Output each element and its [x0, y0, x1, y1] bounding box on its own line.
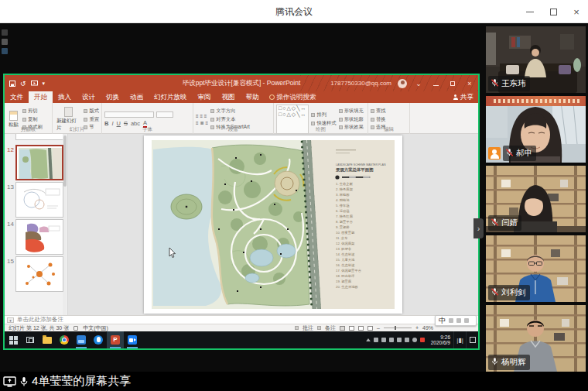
drawing-形状填充[interactable]: 形状填充 [339, 108, 364, 115]
video-panel-toggle[interactable]: › [473, 218, 484, 238]
slide-thumbnail-13[interactable] [15, 182, 63, 218]
language-indicator[interactable]: 中文(中国) [83, 324, 108, 332]
tell-me-search[interactable]: 操作说明搜索 [265, 91, 321, 103]
participant-tile-郝申[interactable]: 郝申 [486, 96, 586, 163]
tab-视图[interactable]: 视图 [217, 91, 241, 103]
slide-thumbnail-panel[interactable]: 12131415 [5, 134, 68, 315]
undo-icon[interactable]: ↺ [20, 80, 26, 87]
editing-查找[interactable]: 查找 [371, 108, 386, 115]
tab-文件[interactable]: 文件 [5, 91, 29, 103]
editing-替换[interactable]: 替换 [371, 116, 386, 123]
quick-access-toolbar[interactable]: ↺ ▾ [9, 75, 45, 91]
powerpoint-taskbar-icon[interactable]: P [107, 331, 124, 348]
clipboard-复制[interactable]: 复制 [22, 116, 43, 123]
notes-icon[interactable] [317, 326, 321, 330]
meeting-stats-icon[interactable]: |▮| [453, 331, 466, 348]
share-button[interactable]: 共享 [453, 91, 473, 103]
action-center-icon[interactable] [466, 331, 478, 348]
start-slideshow-icon[interactable] [31, 81, 38, 87]
windows-taskbar: P9:262020/6/9|▮| [5, 331, 478, 348]
ime-fullwidth-icon[interactable] [456, 318, 461, 323]
notes-collapse-icon[interactable]: ▾ [7, 317, 14, 323]
drawing-排列[interactable]: 排列 [311, 111, 336, 118]
ime-toolbar[interactable]: 中 [435, 315, 477, 326]
paragraph-align-icons[interactable]: ≡ ≣ ≡ [196, 120, 208, 125]
photos-taskbar-icon[interactable] [73, 331, 90, 348]
qat-customize-icon[interactable]: ▾ [43, 81, 46, 87]
paragraph-align-icons[interactable]: ≡ ≡ ≡ [196, 113, 208, 118]
zoom-level[interactable]: 49% [422, 325, 433, 331]
paragraph-文字方向[interactable]: 文字方向 [210, 108, 250, 115]
maximize-icon[interactable] [542, 0, 565, 23]
slide-thumbnail-partial[interactable] [15, 134, 63, 140]
usb-tray-icon[interactable] [389, 338, 394, 342]
scale-bar [342, 177, 370, 178]
clipboard-剪切[interactable]: 剪切 [22, 108, 43, 115]
participant-tile-刘利剑[interactable]: 刘利剑 [486, 235, 586, 302]
tab-设计[interactable]: 设计 [77, 91, 101, 103]
cloud-tray-icon[interactable] [374, 338, 378, 342]
taskbar-clock[interactable]: 9:262020/6/9 [428, 334, 453, 345]
slides-版式[interactable]: 版式 [84, 108, 99, 115]
tencent-meeting-taskbar-icon[interactable] [124, 331, 141, 348]
ribbon-group-slides: 新建幻灯片版式重置节幻灯片 [53, 103, 102, 134]
slides-重置[interactable]: 重置 [84, 116, 99, 123]
globe-tray-icon[interactable] [412, 338, 417, 342]
paragraph-对齐文本[interactable]: 对齐文本 [210, 116, 250, 123]
account-avatar[interactable] [398, 79, 407, 88]
participant-tile-闫婧[interactable]: 闫婧 [486, 166, 586, 232]
tab-幻灯片放映[interactable]: 幻灯片放映 [149, 91, 193, 103]
comments-icon[interactable] [295, 326, 299, 330]
qq-taskbar-icon[interactable] [90, 331, 107, 348]
drawing-形状轮廓[interactable]: 形状轮廓 [339, 116, 364, 123]
zoom-slider[interactable] [384, 328, 412, 328]
slideshow-icon[interactable] [368, 326, 373, 331]
sogou-red-tray-icon[interactable] [420, 338, 425, 342]
pen-tray-icon[interactable] [381, 338, 386, 342]
ppt-close-icon[interactable]: × [464, 80, 475, 87]
slide-thumbnail-12[interactable] [15, 145, 63, 180]
font-size-combo[interactable] [156, 111, 173, 118]
normal-view-icon[interactable] [340, 326, 345, 331]
slide-sorter-icon[interactable] [349, 326, 354, 331]
tab-插入[interactable]: 插入 [53, 91, 77, 103]
chrome-taskbar-icon[interactable] [56, 331, 73, 348]
save-icon[interactable] [9, 81, 15, 87]
tab-切换[interactable]: 切换 [101, 91, 125, 103]
task-view-taskbar-icon[interactable] [22, 331, 39, 348]
ime-punctuation-icon[interactable] [449, 318, 453, 323]
comments-label[interactable]: 批注 [303, 324, 313, 332]
notes-pane[interactable]: ▾ 单击此处添加备注 [5, 315, 478, 324]
tab-审阅[interactable]: 审阅 [193, 91, 217, 103]
zoom-out-icon[interactable]: – [377, 325, 380, 331]
accessibility-icon[interactable] [74, 326, 78, 331]
ppt-minimize-icon[interactable] [430, 80, 441, 87]
participant-tile-杨明辉[interactable]: 杨明辉 [486, 305, 586, 372]
zoom-in-icon[interactable]: + [415, 325, 419, 331]
ribbon-display-options-icon[interactable]: ⌄ [413, 80, 424, 87]
ime-mode[interactable]: 中 [439, 316, 446, 326]
tab-动画[interactable]: 动画 [125, 91, 149, 103]
ppt-maximize-icon[interactable] [447, 80, 458, 87]
slide-thumbnail-15[interactable] [15, 256, 63, 292]
file-explorer-taskbar-icon[interactable] [39, 331, 56, 348]
speaker-tray-icon[interactable] [397, 338, 402, 342]
font-name-combo[interactable] [104, 111, 154, 118]
notes-placeholder[interactable]: 单击此处添加备注 [17, 316, 63, 324]
reading-view-icon[interactable] [358, 326, 364, 331]
slide-counter: 幻灯片 第 12 张, 共 30 张 [9, 324, 69, 332]
current-slide[interactable]: LANDSCAPE SCHEME MASTER PLAN 景观方案总体平面图 1… [144, 135, 402, 314]
close-icon[interactable]: × [565, 0, 588, 23]
network-tray-icon[interactable] [405, 338, 409, 342]
minimize-icon[interactable] [518, 0, 542, 23]
participant-tile-王东玮[interactable]: 王东玮 [486, 26, 586, 93]
notes-label[interactable]: 备注 [325, 324, 336, 332]
participant-name: 杨明辉 [501, 357, 526, 368]
slide-thumbnail-14[interactable] [15, 219, 63, 255]
start-taskbar-icon[interactable] [5, 331, 22, 348]
hidden-icons-caret-tray-icon[interactable] [366, 338, 371, 341]
tab-帮助[interactable]: 帮助 [241, 91, 265, 103]
account-email[interactable]: 1787750330@qq.com [330, 80, 391, 87]
ime-settings-icon[interactable] [464, 318, 469, 323]
tab-开始[interactable]: 开始 [29, 91, 53, 103]
